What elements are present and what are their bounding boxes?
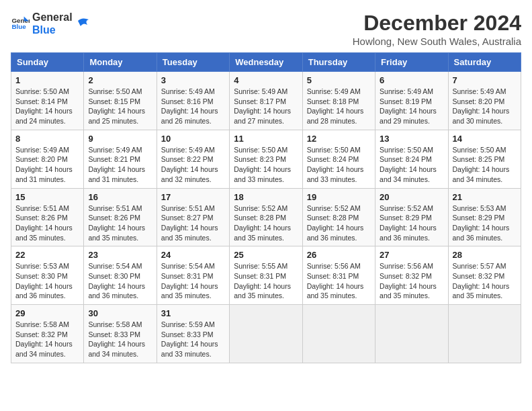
calendar-header-row: Sunday Monday Tuesday Wednesday Thursday… <box>11 53 521 72</box>
day-info: Sunrise: 5:49 AMSunset: 8:20 PMDaylight:… <box>15 146 73 183</box>
table-row: 28 Sunrise: 5:57 AMSunset: 8:32 PMDaylig… <box>448 246 521 305</box>
table-row: 27 Sunrise: 5:56 AMSunset: 8:32 PMDaylig… <box>375 246 448 305</box>
day-number: 2 <box>88 75 152 85</box>
col-monday: Monday <box>84 53 157 72</box>
table-row: 11 Sunrise: 5:50 AMSunset: 8:23 PMDaylig… <box>230 130 302 188</box>
day-info: Sunrise: 5:50 AMSunset: 8:24 PMDaylight:… <box>307 146 364 183</box>
table-row: 1 Sunrise: 5:50 AMSunset: 8:14 PMDayligh… <box>11 72 84 130</box>
logo-general: General <box>32 11 73 24</box>
table-row: 24 Sunrise: 5:54 AMSunset: 8:31 PMDaylig… <box>157 246 229 305</box>
col-thursday: Thursday <box>302 53 375 72</box>
header: General Blue General Blue December 2024 … <box>11 11 521 47</box>
day-number: 14 <box>453 134 517 144</box>
day-number: 19 <box>307 192 371 202</box>
day-info: Sunrise: 5:58 AMSunset: 8:32 PMDaylight:… <box>15 320 73 358</box>
day-info: Sunrise: 5:49 AMSunset: 8:22 PMDaylight:… <box>161 146 218 183</box>
calendar-table: Sunday Monday Tuesday Wednesday Thursday… <box>11 52 521 363</box>
day-info: Sunrise: 5:52 AMSunset: 8:28 PMDaylight:… <box>307 204 364 242</box>
day-number: 25 <box>234 250 298 260</box>
day-info: Sunrise: 5:56 AMSunset: 8:31 PMDaylight:… <box>307 262 364 300</box>
day-info: Sunrise: 5:49 AMSunset: 8:19 PMDaylight:… <box>380 87 437 125</box>
table-row: 29 Sunrise: 5:58 AMSunset: 8:32 PMDaylig… <box>11 305 84 363</box>
table-row: 19 Sunrise: 5:52 AMSunset: 8:28 PMDaylig… <box>302 188 375 246</box>
day-number: 6 <box>380 75 443 85</box>
day-info: Sunrise: 5:54 AMSunset: 8:30 PMDaylight:… <box>88 262 145 300</box>
table-row: 7 Sunrise: 5:49 AMSunset: 8:20 PMDayligh… <box>448 72 521 130</box>
table-row <box>230 305 302 363</box>
day-number: 31 <box>161 308 225 318</box>
title-area: December 2024 Howlong, New South Wales, … <box>353 11 521 47</box>
day-number: 29 <box>15 308 79 318</box>
day-info: Sunrise: 5:59 AMSunset: 8:33 PMDaylight:… <box>161 320 218 358</box>
day-info: Sunrise: 5:50 AMSunset: 8:14 PMDaylight:… <box>15 87 73 125</box>
col-friday: Friday <box>375 53 448 72</box>
day-info: Sunrise: 5:51 AMSunset: 8:26 PMDaylight:… <box>88 204 145 242</box>
logo-bird-icon <box>75 15 91 32</box>
day-number: 9 <box>88 134 152 144</box>
table-row: 23 Sunrise: 5:54 AMSunset: 8:30 PMDaylig… <box>84 246 157 305</box>
day-number: 24 <box>161 250 225 260</box>
table-row: 17 Sunrise: 5:51 AMSunset: 8:27 PMDaylig… <box>157 188 229 246</box>
table-row: 6 Sunrise: 5:49 AMSunset: 8:19 PMDayligh… <box>375 72 448 130</box>
col-sunday: Sunday <box>11 53 84 72</box>
table-row: 16 Sunrise: 5:51 AMSunset: 8:26 PMDaylig… <box>84 188 157 246</box>
table-row <box>302 305 375 363</box>
table-row: 3 Sunrise: 5:49 AMSunset: 8:16 PMDayligh… <box>157 72 229 130</box>
day-info: Sunrise: 5:56 AMSunset: 8:32 PMDaylight:… <box>380 262 437 300</box>
month-title: December 2024 <box>353 11 521 36</box>
day-number: 4 <box>234 75 298 85</box>
table-row: 22 Sunrise: 5:53 AMSunset: 8:30 PMDaylig… <box>11 246 84 305</box>
day-info: Sunrise: 5:53 AMSunset: 8:29 PMDaylight:… <box>453 204 510 242</box>
table-row: 12 Sunrise: 5:50 AMSunset: 8:24 PMDaylig… <box>302 130 375 188</box>
day-info: Sunrise: 5:49 AMSunset: 8:21 PMDaylight:… <box>88 146 145 183</box>
day-number: 18 <box>234 192 298 202</box>
day-number: 3 <box>161 75 225 85</box>
table-row: 18 Sunrise: 5:52 AMSunset: 8:28 PMDaylig… <box>230 188 302 246</box>
day-info: Sunrise: 5:50 AMSunset: 8:25 PMDaylight:… <box>453 146 510 183</box>
table-row: 21 Sunrise: 5:53 AMSunset: 8:29 PMDaylig… <box>448 188 521 246</box>
day-number: 22 <box>15 250 79 260</box>
col-tuesday: Tuesday <box>157 53 229 72</box>
day-info: Sunrise: 5:50 AMSunset: 8:23 PMDaylight:… <box>234 146 291 183</box>
table-row <box>375 305 448 363</box>
day-number: 17 <box>161 192 225 202</box>
table-row: 30 Sunrise: 5:58 AMSunset: 8:33 PMDaylig… <box>84 305 157 363</box>
day-number: 5 <box>307 75 371 85</box>
day-number: 27 <box>380 250 443 260</box>
day-number: 10 <box>161 134 225 144</box>
table-row <box>448 305 521 363</box>
table-row: 5 Sunrise: 5:49 AMSunset: 8:18 PMDayligh… <box>302 72 375 130</box>
calendar-week-row: 8 Sunrise: 5:49 AMSunset: 8:20 PMDayligh… <box>11 130 521 188</box>
table-row: 2 Sunrise: 5:50 AMSunset: 8:15 PMDayligh… <box>84 72 157 130</box>
table-row: 8 Sunrise: 5:49 AMSunset: 8:20 PMDayligh… <box>11 130 84 188</box>
day-info: Sunrise: 5:49 AMSunset: 8:17 PMDaylight:… <box>234 87 291 125</box>
day-info: Sunrise: 5:49 AMSunset: 8:18 PMDaylight:… <box>307 87 364 125</box>
table-row: 9 Sunrise: 5:49 AMSunset: 8:21 PMDayligh… <box>84 130 157 188</box>
table-row: 15 Sunrise: 5:51 AMSunset: 8:26 PMDaylig… <box>11 188 84 246</box>
day-number: 21 <box>453 192 517 202</box>
day-info: Sunrise: 5:58 AMSunset: 8:33 PMDaylight:… <box>88 320 145 358</box>
day-number: 26 <box>307 250 371 260</box>
day-number: 12 <box>307 134 371 144</box>
day-number: 16 <box>88 192 152 202</box>
day-number: 1 <box>15 75 79 85</box>
logo-icon: General Blue <box>11 14 30 33</box>
table-row: 14 Sunrise: 5:50 AMSunset: 8:25 PMDaylig… <box>448 130 521 188</box>
day-number: 13 <box>380 134 443 144</box>
table-row: 26 Sunrise: 5:56 AMSunset: 8:31 PMDaylig… <box>302 246 375 305</box>
col-saturday: Saturday <box>448 53 521 72</box>
day-info: Sunrise: 5:53 AMSunset: 8:30 PMDaylight:… <box>15 262 73 300</box>
day-info: Sunrise: 5:52 AMSunset: 8:28 PMDaylight:… <box>234 204 291 242</box>
day-number: 11 <box>234 134 298 144</box>
svg-text:Blue: Blue <box>11 24 26 31</box>
table-row: 4 Sunrise: 5:49 AMSunset: 8:17 PMDayligh… <box>230 72 302 130</box>
day-number: 7 <box>453 75 517 85</box>
day-info: Sunrise: 5:50 AMSunset: 8:15 PMDaylight:… <box>88 87 145 125</box>
location-subtitle: Howlong, New South Wales, Australia <box>353 36 521 47</box>
day-number: 8 <box>15 134 79 144</box>
day-info: Sunrise: 5:57 AMSunset: 8:32 PMDaylight:… <box>453 262 510 300</box>
day-number: 20 <box>380 192 443 202</box>
day-number: 28 <box>453 250 517 260</box>
day-number: 15 <box>15 192 79 202</box>
day-info: Sunrise: 5:49 AMSunset: 8:16 PMDaylight:… <box>161 87 218 125</box>
